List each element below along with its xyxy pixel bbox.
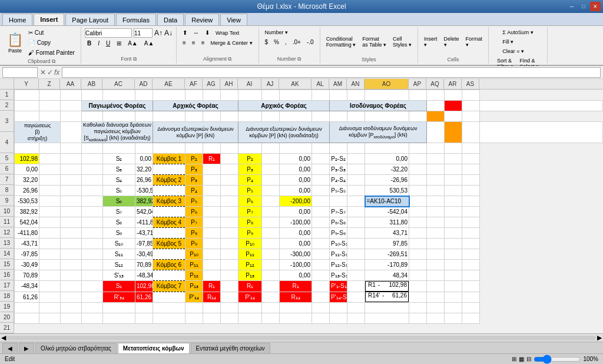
font-family-input[interactable] <box>85 28 132 38</box>
cell-AD15[interactable]: -30,49 <box>135 249 153 260</box>
cell-AQ7[interactable] <box>427 164 445 175</box>
cell-AA11[interactable] <box>61 207 82 217</box>
cell-Y21[interactable] <box>15 313 39 324</box>
align-center-button[interactable]: ≡ <box>190 38 198 47</box>
cell-AH6[interactable] <box>221 154 238 164</box>
cell-AI7[interactable]: P₃ <box>238 164 262 175</box>
cell-AJ3[interactable] <box>262 111 280 122</box>
cell-AO21[interactable] <box>365 313 409 324</box>
col-header-AA[interactable]: AA <box>60 79 81 89</box>
scroll-right-button[interactable]: ▶ <box>597 334 602 342</box>
confirm-formula-icon[interactable]: ✓ <box>47 68 53 77</box>
cell-AO7[interactable]: -32,20 <box>365 164 409 175</box>
cell-AG7[interactable] <box>203 164 221 175</box>
cell-AD6[interactable]: 0,00 <box>135 154 153 164</box>
cell-AI6[interactable]: P₂ <box>238 154 262 164</box>
cell-AS1[interactable] <box>462 90 480 101</box>
cell-AP1[interactable] <box>409 90 427 101</box>
cell-AJ7[interactable] <box>262 164 280 175</box>
align-middle-button[interactable]: ↔ <box>191 28 201 37</box>
cell-AM20[interactable] <box>330 303 347 313</box>
cell-AG14[interactable] <box>203 239 221 249</box>
fill-color-button[interactable]: A▲ <box>125 39 140 48</box>
tab-home[interactable]: Home <box>2 14 32 25</box>
cell-AF11-p[interactable]: P₆ <box>185 207 203 217</box>
border-button[interactable]: ⊞ <box>114 39 124 48</box>
cell-AM7[interactable]: P₃-S₃ <box>330 164 347 175</box>
cell-AN17[interactable] <box>347 270 365 281</box>
cell-AK8[interactable]: 0,00 <box>280 175 312 186</box>
cell-AE12-komvos[interactable]: Κόμβος 4 <box>153 217 185 228</box>
cell-AA8[interactable] <box>61 175 82 186</box>
cell-AC9[interactable]: S₅ <box>103 186 135 196</box>
cell-AI1[interactable] <box>238 90 262 101</box>
cell-AK12[interactable]: -100,00 <box>280 217 312 228</box>
cell-AS2[interactable] <box>480 101 603 111</box>
tab-insert[interactable]: Insert <box>34 14 64 25</box>
align-right-button[interactable]: ≡ <box>199 38 207 47</box>
cell-AK20[interactable] <box>280 303 312 313</box>
cell-AD14[interactable]: -97,85 <box>135 239 153 249</box>
font-grow-button[interactable]: A↑ <box>154 29 163 37</box>
cell-Y17[interactable]: 70,89 <box>15 270 39 281</box>
cell-AF1[interactable] <box>185 90 203 101</box>
cell-AE19[interactable] <box>153 292 185 303</box>
autosum-button[interactable]: Σ AutoSum ▾ <box>500 28 536 37</box>
cell-AH15[interactable] <box>221 249 238 260</box>
cell-AD11[interactable]: 542,04 <box>135 207 153 217</box>
cell-AR18[interactable] <box>445 281 462 292</box>
cell-AP18[interactable] <box>409 281 427 292</box>
cell-AC1[interactable] <box>103 90 135 101</box>
cell-AL9[interactable] <box>312 186 330 196</box>
cell-AA4[interactable] <box>61 122 82 143</box>
sheet-tab-entatika[interactable]: Εντατικά μεγέθη στοιχείων <box>191 343 270 353</box>
cell-AN5[interactable] <box>347 143 365 154</box>
cell-AK5[interactable] <box>280 143 312 154</box>
col-header-AD[interactable]: AD <box>135 79 153 89</box>
cell-AN21[interactable] <box>347 313 365 324</box>
cell-AA17[interactable] <box>61 270 82 281</box>
col-header-AF[interactable]: AF <box>185 79 203 89</box>
cell-AB11[interactable] <box>82 207 103 217</box>
cell-AM13[interactable]: P₉-S₉ <box>330 228 347 239</box>
cell-AO9[interactable]: 530,53 <box>365 186 409 196</box>
cell-AP10[interactable] <box>409 196 427 207</box>
cell-AE11[interactable] <box>153 207 185 217</box>
cell-AK1[interactable] <box>280 90 312 101</box>
col-header-AS[interactable]: AS <box>462 79 479 89</box>
col-header-AB[interactable]: AB <box>81 79 102 89</box>
cell-AR5[interactable] <box>445 143 462 154</box>
cell-AD1[interactable] <box>135 90 153 101</box>
cell-AN18[interactable] <box>347 281 365 292</box>
cell-AF3[interactable] <box>185 111 203 122</box>
cell-AS9[interactable] <box>462 186 480 196</box>
cell-AL8[interactable] <box>312 175 330 186</box>
cell-AM3[interactable] <box>330 111 347 122</box>
cell-AD7[interactable]: 32,20 <box>135 164 153 175</box>
cell-AJ20[interactable] <box>262 303 280 313</box>
cell-AE13[interactable] <box>153 228 185 239</box>
cell-AM9[interactable]: P₅-S₅ <box>330 186 347 196</box>
cell-AR3[interactable] <box>445 111 462 122</box>
cell-AB3[interactable] <box>82 111 103 122</box>
cell-AK15[interactable]: -300,00 <box>280 249 312 260</box>
cell-AQ20[interactable] <box>427 303 445 313</box>
cell-AQ8[interactable] <box>427 175 445 186</box>
cell-Z19[interactable] <box>39 292 61 303</box>
cell-Z14[interactable] <box>39 239 61 249</box>
cell-AI18[interactable]: R₁ <box>238 281 262 292</box>
cell-AC18[interactable]: S₁ <box>103 281 135 292</box>
col-header-Z[interactable]: Z <box>39 79 60 89</box>
cell-AL13[interactable] <box>312 228 330 239</box>
cell-AG19-r[interactable]: R₁₄ <box>203 292 221 303</box>
cell-AH16[interactable] <box>221 260 238 270</box>
cell-AA13[interactable] <box>61 228 82 239</box>
cell-AN15[interactable] <box>347 249 365 260</box>
cell-AG17[interactable] <box>203 270 221 281</box>
cell-AC17[interactable]: S'₁₃ <box>103 270 135 281</box>
sheet-tab-nav-left[interactable]: ◀ <box>2 343 18 353</box>
cell-AR11[interactable] <box>445 207 462 217</box>
cell-AR10[interactable] <box>445 196 462 207</box>
cell-AF16-p[interactable]: P₁₁ <box>185 260 203 270</box>
cell-AJ5[interactable] <box>262 143 280 154</box>
